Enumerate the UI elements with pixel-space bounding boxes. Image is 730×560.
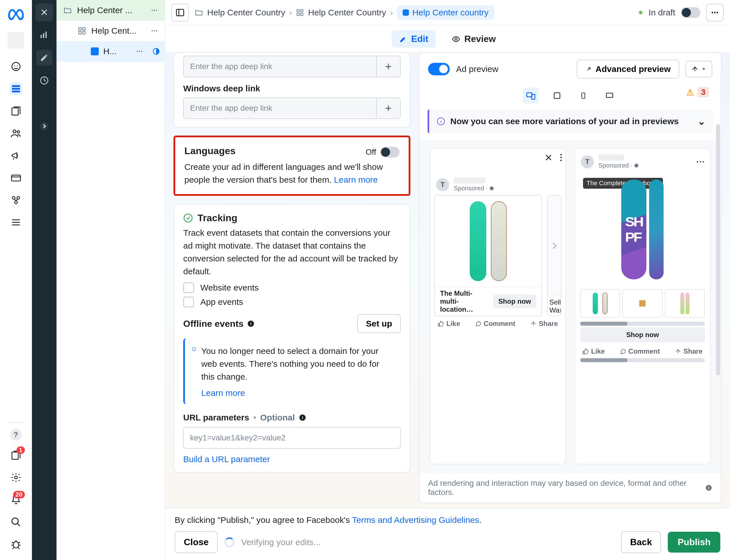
terms-link[interactable]: Terms and Advertising Guidelines (352, 515, 479, 525)
windows-deeplink-field[interactable] (184, 98, 376, 118)
close-panel-icon[interactable] (35, 3, 53, 21)
notifications-nav-icon[interactable]: 20 (9, 493, 23, 506)
svg-point-60 (490, 186, 493, 190)
tab-review[interactable]: Review (444, 30, 503, 48)
dashboard-nav-icon[interactable] (9, 60, 23, 73)
breadcrumb-campaign[interactable]: Help Center Country (207, 8, 285, 17)
search-nav-icon[interactable] (9, 515, 23, 529)
dots-icon[interactable] (696, 160, 704, 163)
svg-point-33 (139, 51, 140, 52)
bug-nav-icon[interactable] (9, 538, 23, 551)
tree-campaign[interactable]: Help Center ... (57, 0, 165, 21)
comment-action[interactable]: Comment (620, 347, 660, 355)
audiences-nav-icon[interactable] (9, 127, 23, 140)
info-icon[interactable]: i (705, 484, 712, 491)
events-nav-icon[interactable] (9, 194, 23, 207)
preview-column: Ad preview Advanced preview (419, 52, 721, 503)
publish-button[interactable]: Publish (668, 532, 720, 553)
billing-nav-icon[interactable] (9, 171, 23, 184)
svg-point-57 (560, 154, 562, 156)
deeplink-field[interactable] (184, 56, 376, 77)
languages-toggle[interactable] (380, 147, 400, 158)
meta-logo-icon[interactable] (7, 6, 25, 23)
thumbnail-scrollbar[interactable] (580, 322, 705, 326)
tree-item-menu-icon[interactable] (149, 25, 160, 37)
thumbnail[interactable] (665, 289, 705, 318)
device-bar: ⚠ 3 (420, 85, 721, 108)
history-panel-icon[interactable] (36, 72, 52, 88)
ad1-next-card[interactable]: Selling Wax (547, 195, 561, 316)
tree-ad[interactable]: H... (57, 41, 165, 62)
page-name-placeholder (598, 154, 624, 161)
close-button[interactable]: Close (175, 531, 218, 553)
svg-rect-53 (554, 93, 560, 98)
build-url-link[interactable]: Build a URL parameter (183, 454, 270, 464)
tree-item-menu-icon[interactable] (149, 5, 160, 16)
expand-panel-icon[interactable] (36, 118, 52, 134)
app-events-row[interactable]: App events (183, 297, 401, 307)
reports-nav-icon[interactable]: 1 (9, 449, 23, 462)
comment-action[interactable]: Comment (475, 320, 515, 328)
tab-edit[interactable]: Edit (392, 30, 436, 48)
url-params-input[interactable] (184, 428, 400, 448)
info-icon[interactable]: i (299, 414, 306, 421)
setup-button[interactable]: Set up (357, 314, 401, 333)
adset-icon (296, 9, 304, 17)
campaigns-nav-icon[interactable] (9, 82, 23, 95)
svg-point-32 (137, 51, 138, 52)
variations-row[interactable]: Now you can see more variations of your … (427, 109, 713, 133)
checkbox-icon[interactable] (183, 297, 194, 307)
website-events-row[interactable]: Website events (183, 282, 401, 293)
device-desktop-icon[interactable] (602, 88, 618, 104)
share-action[interactable]: Share (675, 347, 703, 355)
add-deeplink-icon[interactable]: + (376, 56, 400, 77)
like-action[interactable]: Like (438, 320, 460, 328)
ad1-cta-button[interactable]: Shop now (493, 295, 536, 308)
toggle-sidebar-icon[interactable] (171, 4, 189, 21)
info-icon[interactable]: i (247, 320, 255, 327)
thumbnail[interactable] (622, 289, 662, 318)
kebab-icon[interactable] (560, 153, 562, 162)
advanced-preview-button[interactable]: Advanced preview (577, 60, 679, 78)
all-tools-nav-icon[interactable] (9, 216, 23, 229)
account-avatar[interactable] (8, 32, 24, 49)
device-square-icon[interactable] (549, 88, 565, 104)
share-preview-button[interactable] (685, 61, 712, 77)
tree-item-menu-icon[interactable] (134, 46, 145, 57)
ad1-title: The Multi-multi-location… (440, 289, 489, 313)
back-button[interactable]: Back (621, 531, 661, 553)
svg-point-8 (17, 131, 19, 133)
like-action[interactable]: Like (582, 347, 605, 355)
ad2-cta-button[interactable]: Shop now (580, 327, 705, 342)
tracking-info-learn-link[interactable]: Learn more (201, 388, 245, 398)
device-multi-icon[interactable] (523, 88, 539, 104)
card-scrollbar[interactable] (580, 358, 705, 362)
languages-learn-link[interactable]: Learn more (334, 175, 378, 184)
help-icon[interactable]: ? (10, 429, 22, 441)
close-icon[interactable] (544, 153, 553, 162)
ad1-engagement: Like Comment Share (430, 316, 565, 328)
svg-rect-4 (12, 88, 20, 90)
svg-point-30 (154, 30, 155, 31)
share-action[interactable]: Share (530, 320, 558, 328)
settings-nav-icon[interactable] (9, 471, 23, 484)
ad-library-nav-icon[interactable] (9, 104, 23, 118)
add-deeplink-icon[interactable]: + (376, 98, 400, 118)
breadcrumb-adset[interactable]: Help Center Country (308, 8, 386, 17)
status-toggle[interactable] (681, 7, 700, 18)
breadcrumb-ad[interactable]: Help Center country (397, 5, 494, 20)
checkbox-icon[interactable] (183, 282, 194, 293)
caret-down-icon (701, 66, 707, 72)
chart-panel-icon[interactable] (36, 27, 52, 43)
device-mobile-icon[interactable] (575, 88, 591, 104)
edit-panel-icon[interactable] (36, 50, 52, 66)
preview-scrollbar[interactable] (716, 124, 720, 375)
tree-adset[interactable]: Help Cent... (57, 21, 165, 41)
preview-toggle[interactable] (428, 63, 450, 75)
thumbnail[interactable] (580, 289, 620, 318)
preview-warning[interactable]: ⚠ 3 (686, 87, 709, 97)
advertise-nav-icon[interactable] (9, 149, 23, 162)
more-menu-icon[interactable] (706, 4, 724, 21)
languages-title: Languages (184, 145, 235, 156)
folder-icon (195, 8, 203, 17)
